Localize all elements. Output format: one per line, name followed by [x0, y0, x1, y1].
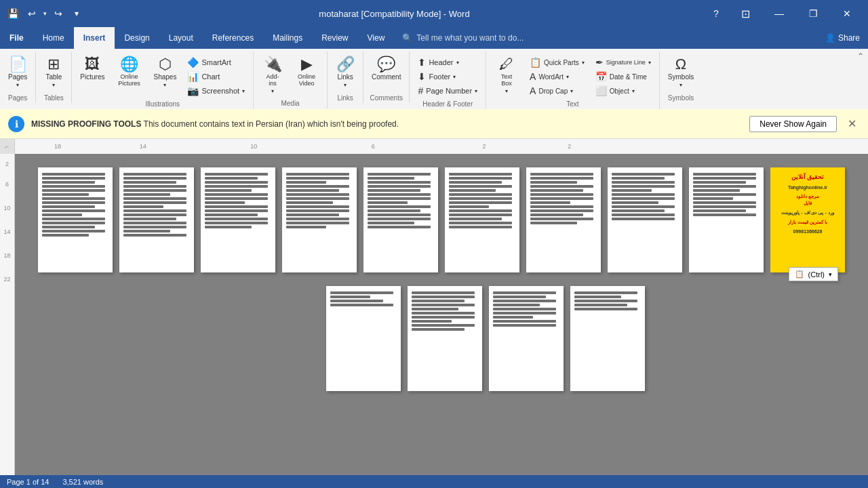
tab-references[interactable]: References [203, 27, 263, 49]
online-video-icon: ▶ [301, 57, 313, 72]
paste-options-button[interactable]: 📋 (Ctrl) ▾ [789, 267, 838, 281]
ribbon-group-symbols: Ω Symbols ▾ Symbols [660, 52, 702, 103]
table-row [570, 286, 645, 391]
never-show-again-button[interactable]: Never Show Again [749, 116, 837, 132]
document-canvas[interactable]: تحقیق آنلاین Tahghighonline.ir مرجع دانل… [15, 154, 868, 475]
table-row [608, 167, 682, 272]
pictures-button[interactable]: 🖼 Pictures [76, 54, 108, 83]
addins-button[interactable]: 🔌 Add-ins ▾ [258, 54, 288, 97]
date-time-icon: 📅 [595, 71, 607, 82]
notification-title: MISSING PROOFING TOOLS [31, 119, 141, 129]
dropcap-button[interactable]: A Drop Cap ▾ [526, 84, 589, 98]
tab-home[interactable]: Home [33, 27, 74, 49]
table-row [526, 167, 601, 272]
symbols-icon: Ω [675, 57, 686, 72]
wordart-button[interactable]: A WordArt ▾ [526, 70, 589, 83]
customize-qat-icon[interactable]: ▾ [70, 7, 83, 20]
paste-dropdown-icon: ▾ [829, 271, 832, 278]
pictures-icon: 🖼 [85, 57, 100, 72]
notification-info-icon: ℹ [8, 116, 24, 132]
table-icon: ⊞ [47, 57, 60, 72]
addins-icon: 🔌 [264, 57, 282, 72]
table-row [326, 286, 401, 391]
online-pictures-button[interactable]: 🌐 OnlinePictures [111, 54, 146, 89]
header-button[interactable]: ⬆ Header ▾ [414, 56, 481, 69]
signature-button[interactable]: ✒ Signature Line ▾ [591, 56, 655, 69]
tab-file[interactable]: File [0, 27, 33, 49]
document-area: 2 6 10 14 18 22 [0, 154, 868, 475]
tab-insert[interactable]: Insert [74, 27, 115, 49]
date-time-button[interactable]: 📅 Date & Time [591, 70, 655, 83]
footer-icon: ⬇ [418, 71, 426, 82]
minimize-button[interactable]: — [764, 3, 795, 24]
tab-mailings[interactable]: Mailings [263, 27, 312, 49]
object-button[interactable]: ⬜ Object ▾ [591, 84, 655, 98]
screenshot-button[interactable]: 📷 Screenshot ▾ [183, 84, 249, 98]
textbox-icon: 🖊 [499, 57, 514, 72]
share-button[interactable]: 👤 Share [817, 27, 868, 49]
comment-button[interactable]: 💬 Comment [368, 54, 405, 83]
illustrations-group-label: Illustrations [76, 98, 249, 108]
chart-icon: 📊 [187, 71, 199, 82]
chart-button[interactable]: 📊 Chart [183, 70, 249, 83]
ruler-num-6: 6 [372, 143, 375, 150]
pages-group-label: Pages [4, 92, 31, 102]
undo-icon[interactable]: ↩ [24, 6, 39, 21]
screenshot-icon: 📷 [187, 85, 199, 96]
page-row-1: تحقیق آنلاین Tahghighonline.ir مرجع دانل… [38, 167, 845, 272]
ribbon-tabs: File Home Insert Design Layout Reference… [0, 27, 868, 49]
notification-bar: ℹ MISSING PROOFING TOOLS This document c… [0, 109, 868, 139]
links-icon: 🔗 [336, 57, 355, 72]
tab-view[interactable]: View [358, 27, 395, 49]
ruler-corner: ⌐ [0, 139, 15, 154]
ribbon-group-headerfooter: ⬆ Header ▾ ⬇ Footer ▾ # Page Number ▾ He… [410, 52, 486, 109]
tab-layout[interactable]: Layout [159, 27, 203, 49]
notification-message: This document contains text in Persian (… [144, 119, 399, 129]
ruler-num-2a: 2 [482, 143, 486, 150]
ribbon-collapse-button[interactable]: ⌃ [853, 49, 868, 64]
symbols-button[interactable]: Ω Symbols ▾ [664, 54, 698, 91]
tab-review[interactable]: Review [312, 27, 357, 49]
online-pictures-icon: 🌐 [120, 57, 138, 72]
search-icon: 🔍 [402, 33, 412, 43]
ribbon-group-links: 🔗 Links ▾ Links [328, 52, 363, 103]
save-icon[interactable]: 💾 [5, 6, 20, 21]
footer-button[interactable]: ⬇ Footer ▾ [414, 70, 481, 83]
page-number-button[interactable]: # Page Number ▾ [414, 84, 481, 98]
symbols-group-label: Symbols [664, 92, 698, 102]
maximize-button[interactable]: ❐ [797, 3, 829, 24]
undo-dropdown-arrow[interactable]: ▾ [43, 10, 47, 17]
header-icon: ⬆ [418, 57, 426, 68]
media-group-label: Media [258, 97, 323, 107]
textbox-button[interactable]: 🖊 TextBox ▾ [490, 54, 523, 97]
notification-text: MISSING PROOFING TOOLS This document con… [31, 119, 743, 129]
ruler-numbers: 18 14 10 6 2 2 [15, 139, 868, 154]
status-bar: Page 1 of 14 3,521 words [0, 475, 868, 488]
ribbon-group-pages: 📄 Pages ▾ Pages [0, 52, 36, 103]
redo-icon[interactable]: ↪ [51, 6, 66, 21]
ruler-area: ⌐ 18 14 10 6 2 2 [0, 139, 868, 154]
online-video-button[interactable]: ▶ OnlineVideo [290, 54, 323, 89]
pages-button[interactable]: 📄 Pages ▾ [4, 54, 31, 91]
ribbon-group-tables: ⊞ Table ▾ Tables [36, 52, 72, 103]
window-controls: ? ⊡ — ❐ ✕ [705, 3, 863, 24]
restore-button[interactable]: ⊡ [730, 3, 761, 24]
shapes-button[interactable]: ⬡ Shapes ▾ [149, 54, 180, 91]
ribbon-search[interactable]: 🔍 Tell me what you want to do... [394, 27, 817, 49]
ribbon-group-illustrations: 🖼 Pictures 🌐 OnlinePictures ⬡ Shapes ▾ 🔷… [72, 52, 254, 109]
page-number-icon: # [418, 85, 423, 96]
close-button[interactable]: ✕ [831, 3, 863, 24]
links-button[interactable]: 🔗 Links ▾ [332, 54, 359, 91]
share-person-icon: 👤 [825, 33, 835, 43]
clipboard-icon: 📋 [795, 270, 804, 279]
smartart-button[interactable]: 🔷 SmartArt [183, 56, 249, 69]
quick-parts-button[interactable]: 📋 Quick Parts ▾ [526, 56, 589, 69]
table-row [445, 167, 519, 272]
notification-close-button[interactable]: ✕ [844, 116, 860, 132]
help-icon[interactable]: ? [705, 3, 727, 24]
table-row: تحقیق آنلاین Tahghighonline.ir مرجع دانل… [770, 167, 845, 272]
page-count[interactable]: Page 1 of 14 [7, 478, 49, 486]
tab-design[interactable]: Design [115, 27, 159, 49]
table-button[interactable]: ⊞ Table ▾ [40, 54, 67, 91]
word-count[interactable]: 3,521 words [62, 478, 103, 486]
